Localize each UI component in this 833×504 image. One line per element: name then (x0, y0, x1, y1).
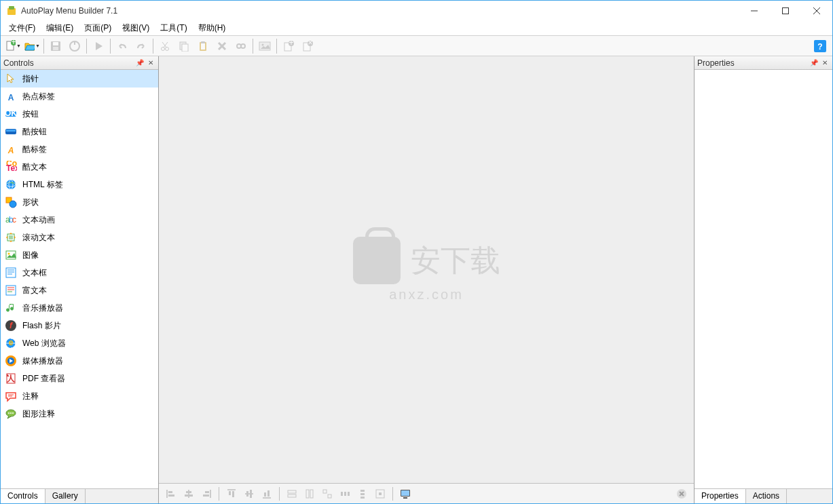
control-item-textbox[interactable]: 文本框 (1, 264, 158, 282)
control-item-scroll-text[interactable]: 滚动文本 (1, 229, 158, 246)
svg-rect-11 (53, 47, 58, 50)
same-width-icon (284, 486, 300, 502)
music-icon (5, 302, 17, 314)
svg-rect-19 (182, 44, 188, 52)
control-item-letter-a[interactable]: A热点标签 (1, 88, 158, 105)
align-right-icon (198, 486, 215, 502)
svg-rect-75 (185, 495, 193, 497)
pdf-icon: 人 (5, 372, 17, 385)
main-content: Controls 📌 ✕ 指针A热点标签OK按钮酷按钮A酷标签CoolText酷… (1, 56, 832, 503)
right-panel-tabs: Properties Actions (695, 488, 832, 503)
cool-text-icon: CoolText (5, 161, 17, 173)
tab-gallery[interactable]: Gallery (45, 489, 86, 503)
control-item-image[interactable]: 图像 (1, 246, 158, 264)
redo-button (132, 37, 150, 55)
help-button[interactable]: ? (811, 37, 829, 55)
toolbar-separator (253, 39, 253, 54)
svg-text:Text: Text (6, 163, 17, 173)
open-button[interactable]: ▼ (23, 37, 41, 55)
svg-rect-103 (401, 490, 409, 496)
control-item-media[interactable]: 媒体播放器 (1, 352, 158, 370)
control-item-cool-button[interactable]: 酷按钮 (1, 123, 158, 140)
close-button[interactable] (801, 1, 832, 21)
svg-point-28 (262, 43, 264, 45)
control-item-globe[interactable]: HTML 标签 (1, 176, 158, 193)
control-item-label: 酷文本 (22, 161, 47, 173)
properties-panel-title: Properties (697, 58, 808, 68)
svg-text:c: c (12, 215, 16, 225)
svg-rect-93 (328, 495, 331, 498)
svg-point-68 (10, 412, 12, 414)
toolbar-separator (153, 39, 153, 54)
svg-rect-97 (360, 490, 365, 492)
svg-rect-72 (168, 495, 174, 497)
maximize-button[interactable] (770, 1, 801, 21)
pointer-icon (5, 73, 17, 85)
control-item-shapes[interactable]: 形状 (1, 193, 158, 211)
comment-icon (5, 390, 17, 402)
control-item-label: Web 浏览器 (22, 338, 66, 349)
control-item-abc[interactable]: abc文本动画 (1, 211, 158, 229)
control-item-label: 按钮 (22, 109, 39, 120)
close-icon[interactable]: ✕ (146, 58, 155, 68)
abc-icon: abc (5, 214, 17, 226)
same-height-icon (301, 486, 318, 502)
menu-help[interactable]: 帮助(H) (193, 21, 232, 35)
control-item-label: 文本框 (22, 267, 47, 279)
menu-view[interactable]: 视图(V) (117, 21, 155, 35)
flash-icon: f (5, 319, 17, 332)
control-item-pointer[interactable]: 指针 (1, 70, 158, 88)
svg-rect-10 (53, 42, 58, 45)
pin-icon[interactable]: 📌 (809, 58, 819, 68)
tab-properties[interactable]: Properties (695, 489, 746, 503)
globe-icon (5, 178, 17, 191)
svg-rect-3 (783, 8, 789, 14)
control-item-pdf[interactable]: 人PDF 查看器 (1, 370, 158, 387)
control-item-music[interactable]: 音乐播放器 (1, 299, 158, 317)
play-button (90, 37, 107, 55)
close-icon[interactable]: ✕ (820, 58, 830, 68)
canvas[interactable]: 安下载 anxz.com (159, 56, 694, 483)
close-status-icon[interactable] (673, 486, 690, 502)
control-item-label: 媒体播放器 (22, 355, 63, 367)
control-item-label: 音乐播放器 (22, 303, 63, 314)
menu-edit[interactable]: 编辑(E) (41, 21, 79, 35)
control-item-flash[interactable]: fFlash 影片 (1, 317, 158, 334)
tab-actions[interactable]: Actions (746, 489, 787, 503)
tab-controls[interactable]: Controls (1, 489, 45, 503)
svg-text:人: 人 (6, 374, 16, 383)
svg-rect-84 (250, 490, 252, 498)
toolbar-separator (110, 39, 111, 54)
menu-tools[interactable]: 工具(T) (155, 21, 192, 35)
control-item-comment[interactable]: 注释 (1, 387, 158, 405)
minimize-button[interactable] (739, 1, 770, 21)
control-item-graphic-comment[interactable]: 图形注释 (1, 405, 158, 423)
control-item-richtext[interactable]: 富文本 (1, 282, 158, 299)
pin-icon[interactable]: 📌 (135, 58, 145, 68)
control-item-cool-label[interactable]: A酷标签 (1, 140, 158, 158)
svg-rect-86 (264, 492, 266, 497)
menu-file[interactable]: 文件(F) (3, 21, 41, 35)
new-button[interactable]: +▼ (4, 37, 22, 55)
cool-label-icon: A (5, 143, 17, 155)
textbox-icon (5, 267, 17, 279)
svg-text:?: ? (817, 42, 822, 52)
menu-page[interactable]: 页面(P) (79, 21, 117, 35)
control-item-browser[interactable]: eWeb 浏览器 (1, 334, 158, 352)
svg-point-15 (166, 47, 169, 50)
control-item-label: 图形注释 (22, 408, 55, 420)
controls-list: 指针A热点标签OK按钮酷按钮A酷标签CoolText酷文本HTML 标签形状ab… (1, 70, 158, 488)
watermark: 安下载 anxz.com (353, 237, 500, 303)
svg-point-26 (241, 44, 245, 48)
svg-rect-94 (341, 492, 343, 496)
svg-rect-99 (360, 497, 365, 499)
window-title: AutoPlay Menu Builder 7.1 (21, 6, 739, 16)
svg-rect-21 (201, 43, 205, 50)
titlebar: AutoPlay Menu Builder 7.1 (1, 1, 832, 21)
control-item-cool-text[interactable]: CoolText酷文本 (1, 158, 158, 176)
watermark-sub: anxz.com (353, 287, 500, 303)
control-item-ok-button[interactable]: OK按钮 (1, 105, 158, 123)
space-v-icon (354, 486, 371, 502)
control-item-label: 酷标签 (22, 144, 47, 155)
svg-text:+: + (289, 41, 293, 47)
